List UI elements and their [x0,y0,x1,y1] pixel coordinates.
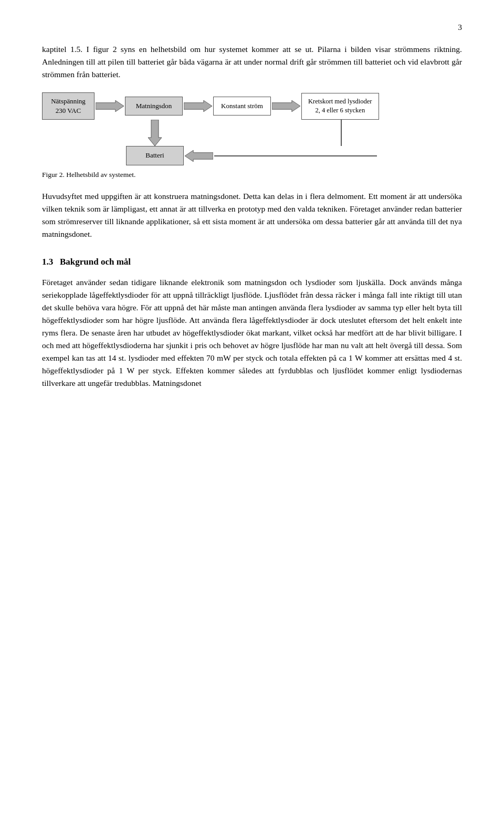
page-number: 3 [42,21,462,34]
intro-paragraph: kaptitel 1.5. I figur 2 syns en helhetsb… [42,43,462,81]
svg-marker-2 [272,100,300,112]
section-heading: 1.3 Bakgrund och mål [42,255,462,269]
matningsdon-box: Matningsdon [125,97,183,116]
svg-marker-3 [148,120,162,146]
system-diagram: Nätspänning 230 VAC Matningsdon Ko [42,92,462,165]
svg-marker-5 [185,150,213,162]
arrow1 [96,98,124,114]
paragraph-3: Företaget använder sedan tidigare liknan… [42,276,462,390]
arrow-down-matningsdon [147,120,163,146]
arrow-left-batteri [185,148,213,164]
paragraph-2: Huvudsyftet med uppgiften är att konstru… [42,190,462,240]
figure-caption: Figur 2. Helhetsbild av systemet. [42,170,462,181]
batteri-box: Batteri [126,146,184,165]
natsanning-box: Nätspänning 230 VAC [42,92,94,120]
arrow2 [184,98,212,114]
svg-marker-1 [184,100,212,112]
arrow3 [272,98,300,114]
konstant-strom-box: Konstant ström [213,97,271,116]
kretskort-box: Kretskort med lysdioder 2, 4 eller 6 sty… [301,93,379,120]
svg-marker-0 [96,100,124,112]
arrow-down-kretskort [336,120,346,146]
